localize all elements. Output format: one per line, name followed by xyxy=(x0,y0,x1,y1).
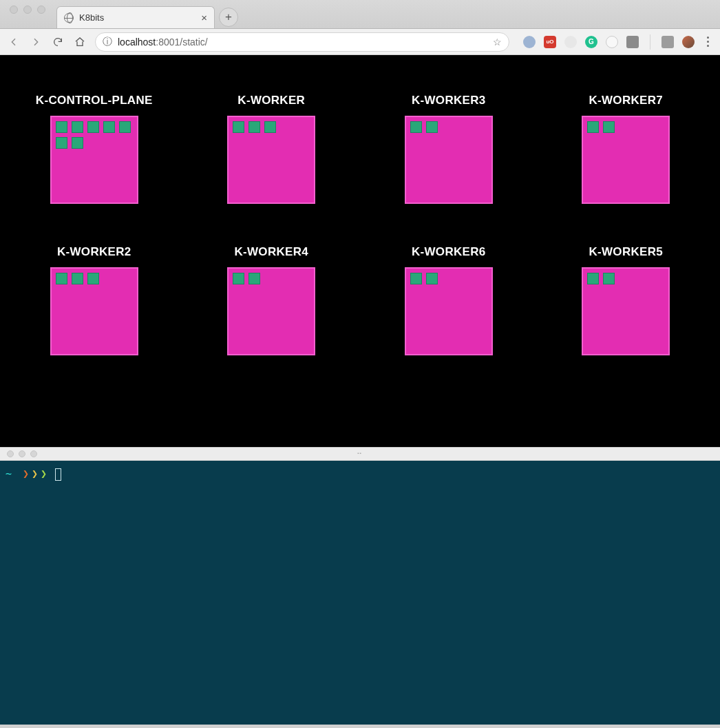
pod-icon[interactable] xyxy=(603,121,615,133)
address-bar[interactable]: ⓘ localhost:8001/static/ ☆ xyxy=(95,32,509,52)
terminal-prompt: ~ ❯❯❯ xyxy=(6,468,714,481)
minimize-window-icon[interactable] xyxy=(19,450,25,457)
node-title: K-WORKER xyxy=(237,94,305,107)
pod-icon[interactable] xyxy=(248,121,260,133)
close-window-icon[interactable] xyxy=(10,6,18,14)
extension-icon[interactable] xyxy=(523,36,536,48)
cluster-node: K-WORKER5 xyxy=(538,245,715,355)
pod-icon[interactable] xyxy=(56,137,67,149)
forward-button[interactable] xyxy=(29,35,43,49)
node-box[interactable] xyxy=(405,267,493,355)
pod-icon[interactable] xyxy=(56,273,67,284)
pod-icon[interactable] xyxy=(72,137,83,149)
url-text: localhost:8001/static/ xyxy=(118,37,208,48)
pod-icon[interactable] xyxy=(233,273,244,284)
node-title: K-WORKER4 xyxy=(234,245,308,259)
pod-icon[interactable] xyxy=(410,121,422,133)
pod-icon[interactable] xyxy=(587,273,599,284)
reload-button[interactable] xyxy=(51,35,65,49)
home-button[interactable] xyxy=(73,35,87,49)
pod-icon[interactable] xyxy=(603,273,615,284)
node-box[interactable] xyxy=(50,267,138,355)
node-title: K-WORKER7 xyxy=(589,94,663,107)
maximize-window-icon[interactable] xyxy=(37,6,45,14)
tab-title: K8bits xyxy=(79,12,104,23)
prompt-arrow-icon: ❯ xyxy=(41,468,47,481)
cluster-node: K-WORKER2 xyxy=(6,245,183,355)
cluster-node: K-CONTROL-PLANE xyxy=(6,94,183,204)
pod-icon[interactable] xyxy=(248,273,260,284)
close-tab-icon[interactable]: × xyxy=(201,12,207,23)
browser-menu-button[interactable] xyxy=(703,37,713,47)
node-grid: K-CONTROL-PLANEK-WORKERK-WORKER3K-WORKER… xyxy=(6,94,714,355)
pod-icon[interactable] xyxy=(264,121,276,133)
apps-icon[interactable] xyxy=(626,36,639,48)
node-box[interactable] xyxy=(227,116,315,204)
node-box[interactable] xyxy=(582,267,670,355)
extension-icon[interactable] xyxy=(606,36,618,48)
terminal-titlebar[interactable]: ⠒ xyxy=(0,447,720,461)
node-box[interactable] xyxy=(227,267,315,355)
browser-tab[interactable]: K8bits × xyxy=(56,6,215,28)
pod-icon[interactable] xyxy=(87,121,99,133)
close-window-icon[interactable] xyxy=(7,450,14,457)
cluster-node: K-WORKER3 xyxy=(360,94,538,204)
tab-strip: K8bits × + xyxy=(0,0,720,29)
pod-icon[interactable] xyxy=(56,121,67,133)
pod-icon[interactable] xyxy=(87,273,99,284)
resize-grip-icon[interactable]: ⠒ xyxy=(357,450,364,459)
profile-avatar[interactable] xyxy=(682,36,695,48)
extension-icon[interactable] xyxy=(564,36,577,48)
node-box[interactable] xyxy=(405,116,493,204)
maximize-window-icon[interactable] xyxy=(30,450,37,457)
cluster-node: K-WORKER xyxy=(183,94,361,204)
node-title: K-WORKER3 xyxy=(412,94,486,107)
ublock-icon[interactable]: uO xyxy=(544,36,556,48)
pod-icon[interactable] xyxy=(72,273,83,284)
pod-icon[interactable] xyxy=(587,121,599,133)
terminal-cursor[interactable] xyxy=(55,468,61,481)
new-tab-button[interactable]: + xyxy=(219,8,238,27)
node-box[interactable] xyxy=(582,116,670,204)
site-info-icon[interactable]: ⓘ xyxy=(103,36,112,48)
media-icon[interactable] xyxy=(661,36,674,48)
minimize-window-icon[interactable] xyxy=(23,6,32,14)
node-title: K-CONTROL-PLANE xyxy=(36,94,153,107)
pod-icon[interactable] xyxy=(72,121,83,133)
separator xyxy=(650,34,650,50)
cluster-node: K-WORKER7 xyxy=(538,94,715,204)
pod-icon[interactable] xyxy=(426,273,438,284)
cluster-node: K-WORKER4 xyxy=(183,245,361,355)
terminal-pane[interactable]: ~ ❯❯❯ xyxy=(0,461,720,725)
pod-icon[interactable] xyxy=(426,121,438,133)
node-box[interactable] xyxy=(50,116,138,204)
globe-icon xyxy=(64,13,74,23)
node-title: K-WORKER5 xyxy=(589,245,663,259)
page-content: K-CONTROL-PLANEK-WORKERK-WORKER3K-WORKER… xyxy=(0,55,720,447)
node-title: K-WORKER2 xyxy=(57,245,131,259)
pod-icon[interactable] xyxy=(103,121,115,133)
cluster-node: K-WORKER6 xyxy=(360,245,538,355)
pod-icon[interactable] xyxy=(410,273,422,284)
prompt-arrow-icon: ❯ xyxy=(32,468,38,481)
browser-toolbar: ⓘ localhost:8001/static/ ☆ uO G xyxy=(0,29,720,55)
extension-tray: uO G xyxy=(518,34,713,50)
pod-icon[interactable] xyxy=(119,121,131,133)
prompt-path: ~ xyxy=(6,468,12,481)
node-title: K-WORKER6 xyxy=(412,245,486,259)
browser-window: K8bits × + ⓘ localhost:8001/static/ ☆ uO xyxy=(0,0,720,447)
window-controls[interactable] xyxy=(0,6,55,23)
bookmark-star-icon[interactable]: ☆ xyxy=(493,37,502,48)
pod-icon[interactable] xyxy=(233,121,244,133)
prompt-arrow-icon: ❯ xyxy=(23,468,29,481)
grammarly-icon[interactable]: G xyxy=(585,36,597,48)
back-button[interactable] xyxy=(7,35,21,49)
